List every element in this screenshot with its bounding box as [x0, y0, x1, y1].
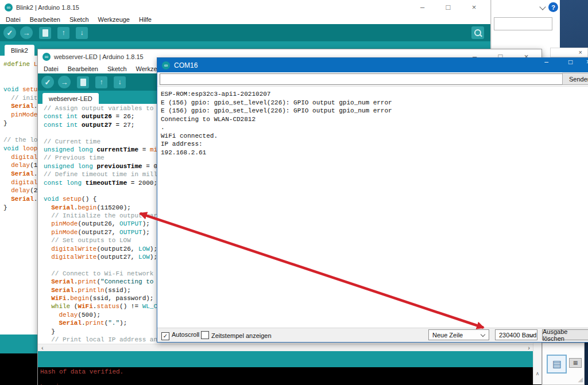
- resize-grip-icon[interactable]: ◢: [578, 376, 583, 383]
- serial-monitor-button[interactable]: [471, 26, 484, 39]
- close-button[interactable]: ×: [575, 58, 588, 66]
- scroll-left-icon[interactable]: ‹: [38, 344, 47, 351]
- upload-button[interactable]: →: [20, 26, 33, 39]
- text-line: 192.168.2.61: [161, 149, 588, 157]
- help-icon[interactable]: ?: [548, 2, 558, 12]
- menu-item[interactable]: Hilfe: [134, 16, 156, 23]
- background-titlebar: ×: [550, 48, 588, 57]
- text-line: Hash of data verified.: [40, 368, 541, 376]
- clear-output-button[interactable]: Ausgabe löschen: [542, 329, 588, 340]
- line-ending-value: Neue Zeile: [432, 332, 463, 339]
- helper-input[interactable]: [494, 17, 552, 30]
- open-button[interactable]: ↑: [57, 27, 69, 39]
- window-title: Blink2 | Arduino 1.8.15: [16, 4, 79, 11]
- menu-item[interactable]: Sketch: [65, 16, 94, 23]
- tab-webserver-led[interactable]: webserver-LED: [42, 93, 99, 104]
- vertical-scrollbar[interactable]: ∧: [533, 343, 541, 384]
- save-button[interactable]: ↓: [114, 76, 126, 88]
- text-line: E (156) gpio: gpio_set_level(226): GPIO …: [161, 99, 588, 107]
- text-line: E (156) gpio: gpio_set_level(226): GPIO …: [161, 107, 588, 115]
- window-title: COM16: [174, 61, 198, 69]
- new-sketch-button[interactable]: [77, 76, 89, 88]
- baud-rate-dropdown[interactable]: 230400 Baud: [495, 329, 537, 340]
- text-line: .: [161, 123, 588, 132]
- close-icon[interactable]: ×: [579, 49, 582, 56]
- horizontal-scrollbar[interactable]: ‹ ›: [38, 344, 541, 351]
- text-line: WiFi connected.: [161, 132, 588, 141]
- timestamp-label: Zeitstempel anzeigen: [211, 332, 272, 339]
- arduino-icon: ∞: [5, 3, 13, 11]
- minimize-button[interactable]: –: [533, 58, 559, 66]
- serial-send-input[interactable]: [160, 73, 564, 85]
- window-serial-monitor: ∞ COM16 – □ × Senden ESP-ROM:esp32c3-api…: [157, 57, 588, 343]
- thumbnail-icon[interactable]: ▦: [569, 358, 582, 368]
- menu-item[interactable]: Bearbeiten: [25, 16, 65, 23]
- webserver-console: Hash of data verified. Leaving...: [38, 367, 541, 385]
- close-button[interactable]: ×: [461, 0, 487, 14]
- blink2-titlebar: ∞ Blink2 | Arduino 1.8.15 – □ ×: [0, 0, 490, 14]
- tab-blink2[interactable]: Blink2: [5, 45, 34, 56]
- verify-button[interactable]: ✓: [41, 76, 54, 88]
- window-title: webserver-LED | Arduino 1.8.15: [54, 53, 144, 60]
- magnifier-icon: [474, 29, 481, 36]
- line-ending-dropdown[interactable]: Neue Zeile: [428, 329, 489, 340]
- arduino-icon: ∞: [162, 61, 170, 69]
- status-strip: [38, 351, 541, 367]
- chevron-down-icon: [481, 332, 485, 337]
- verify-button[interactable]: ✓: [3, 26, 16, 39]
- checkbox-checked-icon[interactable]: ✓: [161, 332, 169, 340]
- save-button[interactable]: ↓: [76, 27, 88, 39]
- text-line: IP address:: [161, 140, 588, 149]
- minimize-button[interactable]: –: [409, 0, 435, 14]
- menubar: DateiBearbeitenSketchWerkzeugeHilfe: [0, 14, 490, 24]
- menu-item[interactable]: Werkzeuge: [94, 16, 134, 23]
- menu-item[interactable]: Datei: [1, 16, 25, 23]
- form-list-icon[interactable]: ▤: [547, 355, 567, 374]
- document-icon: [42, 29, 48, 37]
- autoscroll-checkbox[interactable]: ✓Autoscroll: [161, 331, 199, 340]
- maximize-button[interactable]: □: [435, 0, 461, 14]
- timestamp-checkbox[interactable]: Zeitstempel anzeigen: [201, 331, 272, 339]
- background-dialog: ▤ ▦ ◢: [542, 343, 585, 385]
- new-sketch-button[interactable]: [39, 27, 51, 39]
- menu-item[interactable]: Sketch: [103, 65, 131, 72]
- chevron-down-icon[interactable]: [539, 3, 546, 10]
- serial-output[interactable]: ESP-ROM:esp32c3-api1-20210207E (156) gpi…: [157, 87, 588, 330]
- open-button[interactable]: ↑: [95, 76, 107, 88]
- send-row: Senden: [157, 72, 588, 87]
- menu-item[interactable]: Datei: [39, 65, 63, 72]
- send-button[interactable]: Senden: [562, 73, 588, 85]
- text-line: [40, 376, 541, 383]
- serial-bottom-bar: ✓Autoscroll Zeitstempel anzeigen Neue Ze…: [157, 328, 588, 342]
- arduino-icon: ∞: [42, 53, 51, 61]
- autoscroll-label: Autoscroll: [172, 331, 199, 338]
- document-icon: [80, 79, 86, 86]
- text-line: Connecting to WLAN-CD2812: [161, 115, 588, 124]
- checkbox-unchecked-icon[interactable]: [201, 331, 209, 339]
- text-line: ESP-ROM:esp32c3-api1-20210207: [161, 90, 588, 99]
- upload-button[interactable]: →: [58, 76, 71, 88]
- serial-titlebar: ∞ COM16 – □ ×: [157, 58, 588, 72]
- scroll-up-icon[interactable]: ∧: [533, 371, 541, 376]
- menu-item[interactable]: Bearbeiten: [63, 65, 103, 72]
- toolbar: ✓ → ↑ ↓: [0, 24, 490, 41]
